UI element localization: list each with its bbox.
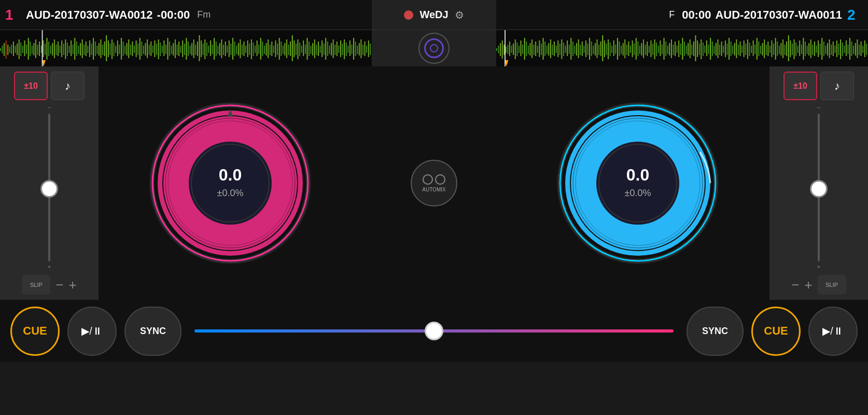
svg-rect-13 xyxy=(22,46,23,53)
automix-button[interactable]: AUTOMIX xyxy=(411,160,457,206)
svg-rect-229 xyxy=(543,38,544,60)
svg-rect-171 xyxy=(316,45,317,55)
svg-rect-269 xyxy=(617,38,618,60)
center-section: AUTOMIX xyxy=(411,160,457,206)
svg-rect-361 xyxy=(788,35,789,61)
header-left: 1 AUD-20170307-WA0012 -00:00 Fm xyxy=(5,7,372,23)
svg-rect-30 xyxy=(54,39,55,58)
svg-rect-140 xyxy=(258,45,259,54)
deck1-slip-button[interactable]: SLIP xyxy=(22,275,50,295)
deck1-pitch-range-button[interactable]: ±10 xyxy=(14,72,48,100)
deck1-decrease-button[interactable]: − xyxy=(55,277,63,293)
svg-rect-346 xyxy=(760,46,761,54)
svg-rect-309 xyxy=(691,45,692,55)
record-circle xyxy=(430,44,438,52)
svg-rect-247 xyxy=(576,43,577,56)
svg-rect-138 xyxy=(255,46,256,53)
svg-rect-36 xyxy=(65,39,66,59)
svg-rect-50 xyxy=(91,44,92,55)
svg-rect-371 xyxy=(807,46,808,54)
deck2-play-pause-button[interactable]: ▶/⏸ xyxy=(808,307,858,356)
svg-rect-294 xyxy=(664,38,665,60)
svg-rect-185 xyxy=(342,44,343,55)
svg-rect-27 xyxy=(48,42,49,56)
svg-rect-329 xyxy=(729,38,730,60)
svg-rect-227 xyxy=(539,40,540,57)
svg-rect-115 xyxy=(212,45,213,54)
crossfader-thumb[interactable] xyxy=(425,322,443,340)
svg-rect-288 xyxy=(652,44,653,55)
svg-rect-105 xyxy=(193,39,194,58)
svg-rect-275 xyxy=(628,42,629,56)
svg-rect-96 xyxy=(177,45,178,55)
svg-rect-257 xyxy=(595,43,596,56)
svg-rect-344 xyxy=(757,38,758,60)
svg-rect-322 xyxy=(716,43,717,56)
svg-rect-234 xyxy=(552,45,553,55)
deck2-waveform[interactable] xyxy=(496,30,868,66)
svg-rect-194 xyxy=(359,43,360,56)
svg-rect-390 xyxy=(842,43,843,56)
deck2-increase-button[interactable]: + xyxy=(805,277,813,293)
deck2-pitch-thumb xyxy=(810,180,828,198)
svg-rect-211 xyxy=(509,42,510,56)
deck2-pitch-slider[interactable] xyxy=(818,114,820,261)
svg-rect-256 xyxy=(593,46,594,54)
deck2-slip-button[interactable]: SLIP xyxy=(818,275,846,295)
svg-rect-289 xyxy=(654,39,655,59)
svg-rect-213 xyxy=(513,44,514,55)
crossfader-track[interactable] xyxy=(194,329,674,333)
deck2-turntable[interactable]: 0.0 ±0.0% xyxy=(555,100,721,266)
svg-rect-392 xyxy=(846,40,847,56)
svg-rect-165 xyxy=(305,45,306,54)
waveform-area xyxy=(0,30,868,66)
svg-rect-354 xyxy=(775,38,776,60)
svg-rect-119 xyxy=(219,43,220,56)
svg-rect-133 xyxy=(245,46,246,53)
svg-rect-343 xyxy=(754,45,755,54)
svg-rect-48 xyxy=(87,46,88,53)
svg-rect-45 xyxy=(82,39,83,58)
svg-rect-90 xyxy=(165,45,166,54)
svg-rect-340 xyxy=(749,43,750,56)
svg-rect-373 xyxy=(810,39,811,58)
deck1-increase-button[interactable]: + xyxy=(69,277,77,293)
settings-icon[interactable]: ⚙ xyxy=(455,9,464,21)
svg-rect-282 xyxy=(641,43,642,56)
svg-rect-376 xyxy=(816,46,817,53)
svg-rect-401 xyxy=(862,46,863,53)
deck2-decrease-button[interactable]: − xyxy=(791,277,799,293)
svg-rect-380 xyxy=(823,42,824,56)
svg-rect-121 xyxy=(223,45,224,55)
deck1-sync-button[interactable]: SYNC xyxy=(124,307,181,356)
svg-rect-139 xyxy=(257,40,258,56)
svg-rect-202 xyxy=(42,30,43,66)
svg-rect-141 xyxy=(260,38,261,60)
svg-rect-323 xyxy=(718,39,719,58)
deck1-music-note-button[interactable]: ♪ xyxy=(51,72,85,100)
svg-rect-183 xyxy=(338,46,339,53)
svg-rect-5 xyxy=(7,45,8,55)
svg-rect-321 xyxy=(713,46,715,54)
svg-rect-223 xyxy=(531,39,533,58)
svg-rect-370 xyxy=(805,42,806,56)
svg-rect-163 xyxy=(301,46,302,53)
svg-rect-54 xyxy=(99,43,100,56)
deck1-pitch-slider[interactable] xyxy=(48,114,50,261)
svg-rect-22 xyxy=(39,42,40,56)
deck2-sync-button[interactable]: SYNC xyxy=(687,307,744,356)
svg-rect-352 xyxy=(772,40,773,57)
deck1-play-pause-button[interactable]: ▶/⏸ xyxy=(67,307,117,356)
deck2-pitch-range-button[interactable]: ±10 xyxy=(783,72,817,100)
svg-rect-350 xyxy=(767,42,768,56)
deck1-waveform[interactable] xyxy=(0,30,372,66)
deck1-cue-button[interactable]: CUE xyxy=(10,307,60,356)
deck2-cue-button[interactable]: CUE xyxy=(751,307,801,356)
deck2-music-note-button[interactable]: ♪ xyxy=(820,72,854,100)
record-button[interactable] xyxy=(418,33,450,64)
svg-rect-135 xyxy=(249,44,250,55)
svg-rect-151 xyxy=(279,38,280,60)
bottom-controls: CUE ▶/⏸ SYNC SYNC CUE ▶/⏸ xyxy=(0,300,868,362)
svg-rect-238 xyxy=(559,44,561,55)
deck1-turntable[interactable]: 0.0 ±0.0% xyxy=(147,100,313,266)
